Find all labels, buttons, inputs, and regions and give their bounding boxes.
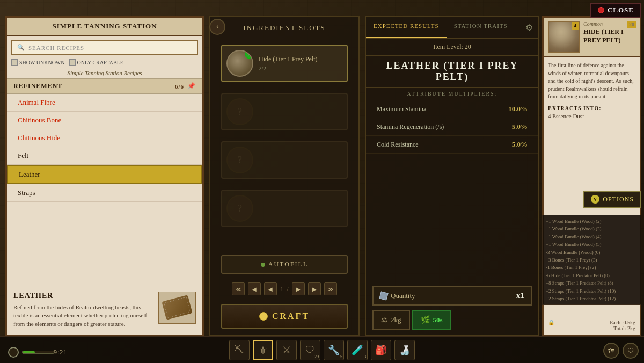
recipe-list: Animal Fibre Chitinous Bone Chitinous Hi… (7, 94, 202, 316)
ingredient-icon: ✓ (226, 50, 253, 77)
list-item: +8 Straps (Tier 1 Predator Pelt) (8) (546, 279, 638, 287)
skip-back-button[interactable]: ≪ (232, 282, 245, 295)
bottom-bar: 9:21 ⛏ 🗡 ⚔ 🛡 29 🔧 5 🧪 3 🎒 🍶 🗺 🛡 (0, 336, 644, 363)
quantity-box[interactable]: Quantity x1 (372, 286, 532, 306)
back-button[interactable]: ‹ (209, 19, 225, 35)
hotbar-badge-1: 29 (314, 354, 319, 359)
category-name: REFINEMENT (13, 82, 62, 90)
list-item: -3 Wood Bundle (Wood) (0) (546, 249, 638, 256)
attr-row-cold: Cold Resistance 5.0% (366, 136, 538, 154)
quantity-label: Quantity (380, 292, 415, 300)
craft-button[interactable]: CRAFT (221, 304, 348, 329)
ingredient-slots-title: INGREDIENT SLOTS (210, 17, 358, 39)
hotbar-slot-1[interactable]: ⛏ (229, 340, 250, 360)
hotbar-badge-3: 3 (364, 354, 366, 359)
hotbar-slot-2[interactable]: 🗡 (253, 340, 273, 360)
play-button[interactable]: ▶ (292, 282, 305, 295)
nav-icons: 🗺 🛡 (603, 343, 639, 359)
item-level-corner: 20 (627, 21, 636, 28)
result-item-name: LEATHER (TIER I PREY PELT) (366, 56, 538, 88)
hotbar-slot-4[interactable]: 🛡 29 (300, 340, 320, 360)
attr-multipliers-title: ATTRIBUTE MULTIPLIERS: (366, 88, 538, 100)
list-item[interactable]: Animal Fibre (7, 94, 202, 112)
list-item[interactable]: Chitinous Hide (7, 129, 202, 147)
level-indicator (8, 347, 19, 358)
tabs-row: EXPECTED RESULTS STATION TRAITS ⚙ (366, 17, 538, 39)
attr-row-stamina-regen: Stamina Regeneration (/s) 5.0% (366, 118, 538, 136)
list-item[interactable]: Straps (7, 184, 202, 202)
list-item[interactable]: Felt (7, 147, 202, 165)
close-label: CLOSE (608, 6, 634, 14)
attr-row-stamina: Maximum Stamina 10.0% (366, 100, 538, 118)
hotbar-slot-8[interactable]: 🍶 (394, 340, 415, 360)
item-description: Refined from the hides of Realm-dwelling… (13, 303, 153, 328)
ingredient-slot-1[interactable]: ✓ Hide (Tier 1 Prey Pelt) 2/2 (221, 45, 348, 82)
slot-item-name: Hide (Tier 1 Prey Pelt) (259, 55, 342, 63)
tab-expected-results[interactable]: EXPECTED RESULTS (366, 17, 447, 38)
list-item: +1 Wood Bundle (Wood) (2) (546, 217, 638, 225)
recipes-subtitle: Simple Tanning Station Recipes (7, 69, 202, 78)
close-button[interactable]: CLOSE (590, 3, 641, 18)
xp-fill (23, 351, 35, 353)
hotbar-badge-2: 5 (340, 354, 342, 359)
ingredient-icon-empty (226, 147, 253, 173)
xp-bar-section (8, 347, 54, 358)
craft-label: CRAFT (272, 311, 310, 321)
results-panel: EXPECTED RESULTS STATION TRAITS ⚙ Item L… (365, 16, 539, 336)
settings-icon[interactable]: ⚙ (520, 17, 538, 38)
search-placeholder: SEARCH RECIPES (28, 45, 84, 51)
y-button-icon: Y (591, 195, 599, 204)
skip-fwd-button[interactable]: ≫ (324, 282, 337, 295)
ingredient-icon-empty (226, 195, 253, 222)
filter-row: SHOW UNKNOWN ONLY CRAFTABLE (7, 59, 202, 69)
list-item: +1 Wood Bundle (Wood) (3) (546, 225, 638, 233)
map-icon[interactable]: 🗺 (603, 343, 619, 359)
search-icon: 🔍 (17, 44, 25, 51)
qty-separator: / (287, 285, 289, 293)
list-item-selected[interactable]: Leather (7, 165, 202, 184)
only-craftable-filter[interactable]: ONLY CRAFTABLE (69, 59, 123, 66)
ingredient-ready-badge: ✓ (245, 50, 253, 59)
item-card-name: HIDE (TIER I PREY PELT) (583, 28, 635, 45)
autofill-icon (261, 263, 265, 267)
attr-name: Stamina Regeneration (/s) (377, 123, 444, 131)
hotbar-slot-3[interactable]: ⚔ (276, 340, 297, 360)
tab-station-traits[interactable]: STATION TRAITS (447, 17, 515, 38)
slot-quantity: 2/2 (259, 65, 342, 71)
hotbar-slot-6[interactable]: 🧪 3 (347, 340, 368, 360)
extracts-value: 4 Essence Dust (548, 113, 635, 119)
time-value: 50s (433, 316, 443, 324)
item-description-card: The first line of defence against the wi… (548, 62, 635, 101)
bottom-info-row: Quantity x1 (366, 281, 538, 310)
attr-value: 10.0% (508, 105, 528, 113)
hotbar-slot-5[interactable]: 🔧 5 (324, 340, 344, 360)
item-name: LEATHER (13, 292, 153, 300)
shield-nav-icon[interactable]: 🛡 (623, 343, 639, 359)
item-level-badge: 4 (572, 22, 580, 30)
step-fwd-button[interactable]: ▶ (308, 282, 321, 295)
step-back2-button[interactable]: ◀ (264, 282, 277, 295)
close-icon (598, 7, 604, 13)
search-bar[interactable]: 🔍 SEARCH RECIPES (11, 40, 198, 55)
time-box: 🌿 50s (412, 310, 451, 330)
ingredient-panel: INGREDIENT SLOTS ✓ Hide (Tier 1 Prey Pel… (209, 16, 360, 336)
show-unknown-filter[interactable]: SHOW UNKNOWN (11, 59, 65, 66)
step-back-button[interactable]: ◀ (248, 282, 261, 295)
list-item[interactable]: Chitinous Bone (7, 112, 202, 129)
autofill-button[interactable]: AUTOFILL (221, 255, 348, 274)
weight-icon: ⚖ (381, 316, 387, 324)
show-unknown-checkbox[interactable] (11, 59, 18, 66)
quantity-value: x1 (516, 291, 524, 300)
options-button[interactable]: Y OPTIONS (583, 191, 641, 208)
attr-value: 5.0% (512, 140, 528, 149)
only-craftable-checkbox[interactable] (69, 59, 76, 66)
list-item: +2 Straps (Tier 1 Predator Pelt) (10) (546, 287, 638, 295)
xp-bar (22, 351, 54, 354)
item-each-weight: Each: 0.5kg (610, 320, 635, 325)
hotbar-slot-7[interactable]: 🎒 (371, 340, 391, 360)
slot-info: Hide (Tier 1 Prey Pelt) 2/2 (259, 55, 342, 71)
list-item: +2 Straps (Tier 1 Predator Pelt) (12) (546, 295, 638, 302)
leather-icon (162, 295, 192, 320)
extracts-label: EXTRACTS INTO: (548, 105, 635, 111)
craft-icon (259, 312, 268, 321)
